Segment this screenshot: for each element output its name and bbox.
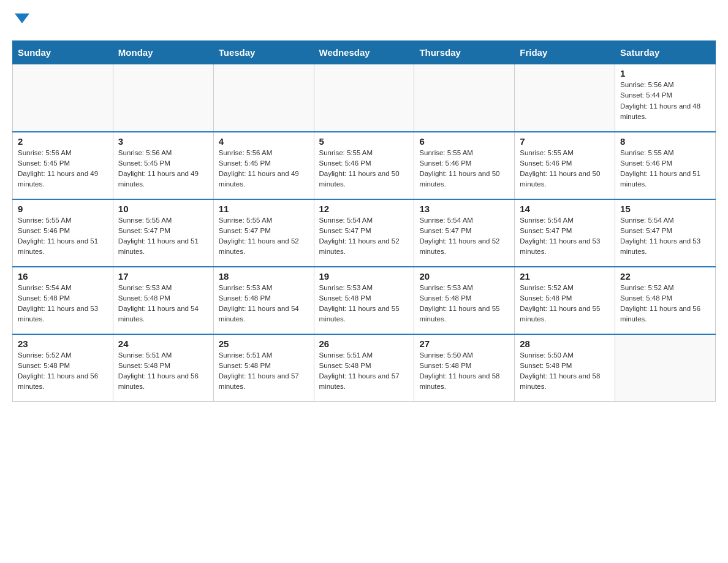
calendar-week-row: 1Sunrise: 5:56 AM Sunset: 5:44 PM Daylig… — [13, 64, 716, 132]
day-info: Sunrise: 5:54 AM Sunset: 5:47 PM Dayligh… — [520, 215, 610, 258]
calendar-cell: 10Sunrise: 5:55 AM Sunset: 5:47 PM Dayli… — [113, 199, 213, 267]
calendar-cell — [213, 64, 314, 132]
day-number: 8 — [620, 136, 710, 147]
calendar-cell: 13Sunrise: 5:54 AM Sunset: 5:47 PM Dayli… — [414, 199, 515, 267]
day-info: Sunrise: 5:54 AM Sunset: 5:48 PM Dayligh… — [18, 283, 108, 325]
day-info: Sunrise: 5:52 AM Sunset: 5:48 PM Dayligh… — [520, 283, 610, 325]
day-of-week-header: Thursday — [414, 41, 515, 64]
day-info: Sunrise: 5:56 AM Sunset: 5:45 PM Dayligh… — [118, 148, 208, 190]
calendar-week-row: 9Sunrise: 5:55 AM Sunset: 5:46 PM Daylig… — [13, 199, 716, 267]
day-info: Sunrise: 5:51 AM Sunset: 5:48 PM Dayligh… — [319, 350, 409, 393]
day-number: 22 — [620, 271, 710, 282]
day-info: Sunrise: 5:53 AM Sunset: 5:48 PM Dayligh… — [419, 283, 509, 325]
calendar-cell: 6Sunrise: 5:55 AM Sunset: 5:46 PM Daylig… — [414, 132, 515, 199]
day-number: 26 — [319, 339, 409, 349]
calendar-cell: 28Sunrise: 5:50 AM Sunset: 5:48 PM Dayli… — [515, 334, 615, 402]
day-number: 20 — [419, 271, 509, 282]
calendar-cell: 8Sunrise: 5:55 AM Sunset: 5:46 PM Daylig… — [615, 132, 716, 199]
calendar-cell — [13, 64, 113, 132]
day-info: Sunrise: 5:55 AM Sunset: 5:46 PM Dayligh… — [520, 148, 610, 190]
calendar-table: SundayMondayTuesdayWednesdayThursdayFrid… — [12, 40, 716, 402]
calendar-cell: 9Sunrise: 5:55 AM Sunset: 5:46 PM Daylig… — [13, 199, 113, 267]
day-of-week-header: Friday — [515, 41, 615, 64]
calendar-cell: 3Sunrise: 5:56 AM Sunset: 5:45 PM Daylig… — [113, 132, 213, 199]
day-number: 3 — [118, 136, 208, 147]
day-number: 2 — [18, 136, 108, 147]
calendar-cell: 14Sunrise: 5:54 AM Sunset: 5:47 PM Dayli… — [515, 199, 615, 267]
day-number: 12 — [319, 204, 409, 214]
calendar-cell — [314, 64, 414, 132]
svg-marker-0 — [15, 13, 29, 23]
calendar-cell: 5Sunrise: 5:55 AM Sunset: 5:46 PM Daylig… — [314, 132, 414, 199]
calendar-cell: 15Sunrise: 5:54 AM Sunset: 5:47 PM Dayli… — [615, 199, 716, 267]
calendar-cell — [515, 64, 615, 132]
day-info: Sunrise: 5:55 AM Sunset: 5:46 PM Dayligh… — [319, 148, 409, 190]
day-number: 9 — [18, 204, 108, 214]
day-number: 10 — [118, 204, 208, 214]
day-info: Sunrise: 5:56 AM Sunset: 5:44 PM Dayligh… — [620, 80, 710, 122]
logo — [12, 12, 31, 31]
day-info: Sunrise: 5:54 AM Sunset: 5:47 PM Dayligh… — [319, 215, 409, 258]
calendar-week-row: 23Sunrise: 5:52 AM Sunset: 5:48 PM Dayli… — [13, 334, 716, 402]
calendar-cell: 11Sunrise: 5:55 AM Sunset: 5:47 PM Dayli… — [213, 199, 314, 267]
calendar-cell: 2Sunrise: 5:56 AM Sunset: 5:45 PM Daylig… — [13, 132, 113, 199]
calendar-cell — [615, 334, 716, 402]
day-of-week-header: Wednesday — [314, 41, 414, 64]
day-number: 1 — [620, 68, 710, 79]
day-info: Sunrise: 5:52 AM Sunset: 5:48 PM Dayligh… — [620, 283, 710, 325]
day-info: Sunrise: 5:56 AM Sunset: 5:45 PM Dayligh… — [18, 148, 108, 190]
calendar-header-row: SundayMondayTuesdayWednesdayThursdayFrid… — [13, 41, 716, 64]
day-number: 4 — [219, 136, 309, 147]
page-header — [12, 12, 716, 31]
calendar-cell — [113, 64, 213, 132]
day-number: 21 — [520, 271, 610, 282]
day-info: Sunrise: 5:56 AM Sunset: 5:45 PM Dayligh… — [219, 148, 309, 190]
calendar-cell: 22Sunrise: 5:52 AM Sunset: 5:48 PM Dayli… — [615, 267, 716, 334]
day-number: 16 — [18, 271, 108, 282]
day-info: Sunrise: 5:53 AM Sunset: 5:48 PM Dayligh… — [118, 283, 208, 325]
calendar-cell: 7Sunrise: 5:55 AM Sunset: 5:46 PM Daylig… — [515, 132, 615, 199]
day-info: Sunrise: 5:52 AM Sunset: 5:48 PM Dayligh… — [18, 350, 108, 393]
day-of-week-header: Monday — [113, 41, 213, 64]
calendar-cell: 19Sunrise: 5:53 AM Sunset: 5:48 PM Dayli… — [314, 267, 414, 334]
day-number: 15 — [620, 204, 710, 214]
day-number: 25 — [219, 339, 309, 349]
calendar-cell: 17Sunrise: 5:53 AM Sunset: 5:48 PM Dayli… — [113, 267, 213, 334]
day-number: 24 — [118, 339, 208, 349]
day-info: Sunrise: 5:55 AM Sunset: 5:46 PM Dayligh… — [419, 148, 509, 190]
calendar-week-row: 2Sunrise: 5:56 AM Sunset: 5:45 PM Daylig… — [13, 132, 716, 199]
calendar-cell: 25Sunrise: 5:51 AM Sunset: 5:48 PM Dayli… — [213, 334, 314, 402]
calendar-cell: 12Sunrise: 5:54 AM Sunset: 5:47 PM Dayli… — [314, 199, 414, 267]
day-number: 6 — [419, 136, 509, 147]
day-info: Sunrise: 5:50 AM Sunset: 5:48 PM Dayligh… — [520, 350, 610, 393]
day-number: 11 — [219, 204, 309, 214]
calendar-cell: 16Sunrise: 5:54 AM Sunset: 5:48 PM Dayli… — [13, 267, 113, 334]
calendar-cell: 24Sunrise: 5:51 AM Sunset: 5:48 PM Dayli… — [113, 334, 213, 402]
day-number: 18 — [219, 271, 309, 282]
day-number: 27 — [419, 339, 509, 349]
day-info: Sunrise: 5:54 AM Sunset: 5:47 PM Dayligh… — [419, 215, 509, 258]
day-info: Sunrise: 5:51 AM Sunset: 5:48 PM Dayligh… — [219, 350, 309, 393]
day-info: Sunrise: 5:55 AM Sunset: 5:47 PM Dayligh… — [219, 215, 309, 258]
calendar-cell: 21Sunrise: 5:52 AM Sunset: 5:48 PM Dayli… — [515, 267, 615, 334]
calendar-cell: 1Sunrise: 5:56 AM Sunset: 5:44 PM Daylig… — [615, 64, 716, 132]
day-info: Sunrise: 5:54 AM Sunset: 5:47 PM Dayligh… — [620, 215, 710, 258]
day-number: 14 — [520, 204, 610, 214]
day-info: Sunrise: 5:55 AM Sunset: 5:46 PM Dayligh… — [18, 215, 108, 258]
calendar-cell — [414, 64, 515, 132]
day-of-week-header: Tuesday — [213, 41, 314, 64]
day-number: 5 — [319, 136, 409, 147]
calendar-cell: 4Sunrise: 5:56 AM Sunset: 5:45 PM Daylig… — [213, 132, 314, 199]
day-number: 19 — [319, 271, 409, 282]
day-info: Sunrise: 5:53 AM Sunset: 5:48 PM Dayligh… — [319, 283, 409, 325]
day-info: Sunrise: 5:50 AM Sunset: 5:48 PM Dayligh… — [419, 350, 509, 393]
calendar-cell: 26Sunrise: 5:51 AM Sunset: 5:48 PM Dayli… — [314, 334, 414, 402]
day-number: 13 — [419, 204, 509, 214]
day-number: 17 — [118, 271, 208, 282]
day-number: 7 — [520, 136, 610, 147]
day-number: 28 — [520, 339, 610, 349]
day-info: Sunrise: 5:51 AM Sunset: 5:48 PM Dayligh… — [118, 350, 208, 393]
calendar-cell: 18Sunrise: 5:53 AM Sunset: 5:48 PM Dayli… — [213, 267, 314, 334]
logo-icon — [13, 10, 31, 27]
calendar-cell: 23Sunrise: 5:52 AM Sunset: 5:48 PM Dayli… — [13, 334, 113, 402]
